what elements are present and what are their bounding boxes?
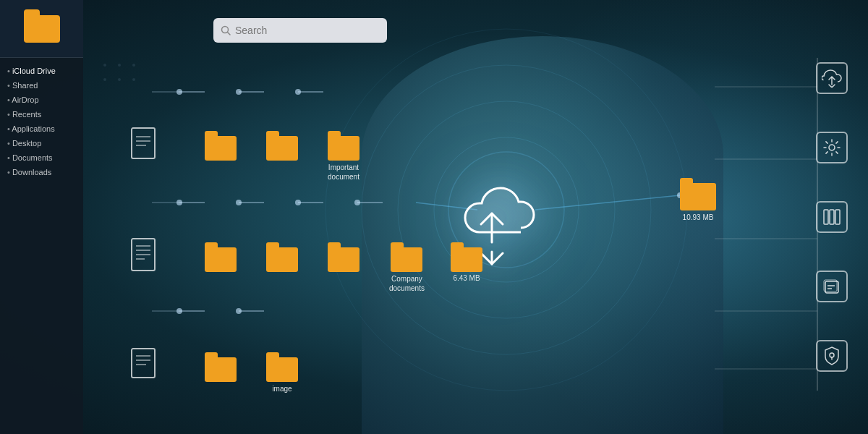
folder-label-image: image [272, 384, 292, 393]
sidebar-item-icloud-drive[interactable]: iCloud Drive [0, 64, 83, 78]
size-label-1093mb: 10.93 MB [683, 213, 714, 222]
sidebar-item-applications[interactable]: Applications [0, 122, 83, 136]
search-icon [221, 25, 231, 35]
folder-row3-1[interactable] [205, 357, 237, 382]
svg-rect-61 [824, 210, 828, 224]
folder-row2-1[interactable] [205, 247, 237, 272]
sidebar-item-documents[interactable]: Documents [0, 150, 83, 165]
lock-shield-icon[interactable] [816, 340, 848, 372]
folder-row1-1[interactable] [205, 136, 237, 161]
svg-rect-63 [835, 210, 840, 224]
folder-label-company: Companydocuments [389, 274, 425, 293]
doc-icon-2 [130, 237, 159, 276]
svg-point-68 [830, 353, 834, 357]
svg-point-60 [829, 145, 835, 150]
folder-row2-3[interactable] [328, 247, 359, 272]
right-panel [810, 43, 854, 391]
search-bar[interactable] [213, 18, 387, 43]
folder-row2-2[interactable] [266, 247, 298, 272]
sidebar-item-downloads[interactable]: Downloads [0, 165, 83, 179]
sidebar-nav: iCloud Drive Shared AirDrop Recents Appl… [0, 58, 83, 434]
folder-row1-3[interactable]: Importantdocument [328, 136, 359, 182]
sidebar-item-airdrop[interactable]: AirDrop [0, 93, 83, 107]
svg-line-44 [228, 33, 231, 35]
doc-icon-1 [130, 127, 159, 164]
search-input[interactable] [235, 25, 380, 36]
svg-rect-54 [132, 349, 155, 378]
sidebar-item-shared[interactable]: Shared [0, 78, 83, 93]
settings-icon[interactable] [816, 132, 848, 163]
size-label-643mb: 6.43 MB [453, 274, 480, 282]
document-stack-icon[interactable] [816, 271, 848, 302]
books-icon[interactable] [816, 201, 848, 233]
folder-row2-cloud[interactable]: 6.43 MB [451, 247, 482, 282]
sidebar-item-desktop[interactable]: Desktop [0, 136, 83, 150]
doc-icon-3 [130, 347, 159, 383]
folder-right-1093mb[interactable]: 10.93 MB [680, 183, 716, 222]
svg-rect-45 [132, 128, 155, 158]
sidebar-folder-icon [0, 0, 83, 58]
folder-row1-2[interactable] [266, 136, 298, 161]
cloud-upload-icon[interactable] [816, 62, 848, 94]
sidebar: iCloud Drive Shared AirDrop Recents Appl… [0, 0, 83, 434]
folder-label-important: Importantdocument [328, 163, 359, 182]
file-tree: Importantdocument Companydocuments 6.43 … [90, 58, 539, 405]
folder-row3-2[interactable]: image [266, 357, 298, 393]
folder-row2-4[interactable]: Companydocuments [389, 247, 425, 293]
main-folder-icon [24, 15, 60, 43]
svg-rect-62 [830, 210, 834, 224]
sidebar-item-recents[interactable]: Recents [0, 107, 83, 122]
